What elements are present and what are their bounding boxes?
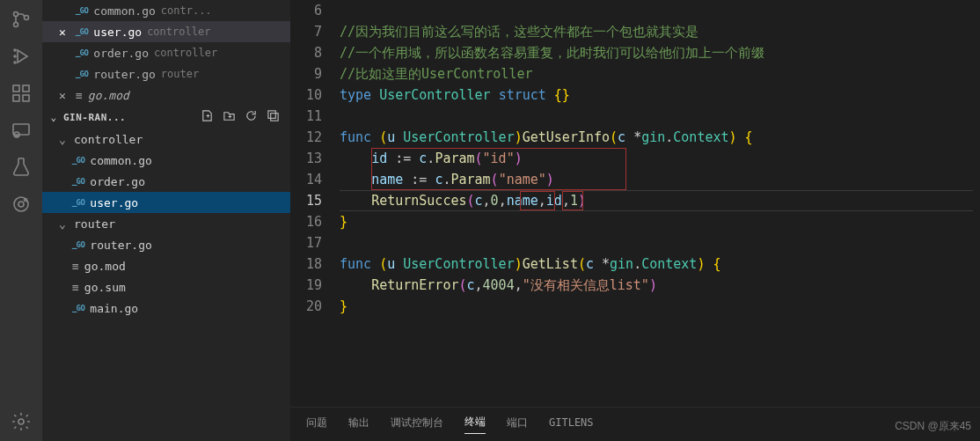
collapse-all-icon[interactable] [267,109,280,125]
file-label: order.go [90,175,145,188]
editor-dir: controller [154,47,217,59]
go-file-icon: ⎯GO [72,177,84,186]
svg-rect-8 [13,95,19,101]
open-editor-gomod[interactable]: ✕ ≡ go.mod [42,85,290,106]
editor-filename: user.go [93,26,142,39]
file-label: go.mod [84,260,126,273]
go-file-icon: ⎯GO [72,240,84,249]
panel-tab-output[interactable]: 输出 [348,415,369,434]
panel-tab-terminal[interactable]: 终端 [464,415,486,434]
svg-rect-6 [13,85,19,92]
folder-label: controller [74,133,143,146]
file-tree: ⌄ controller ⎯GO common.go ⎯GO order.go … [42,129,290,319]
folder-label: router [74,217,115,231]
file-label: router.go [90,239,151,252]
file-label: go.sum [84,281,126,294]
open-editor-user[interactable]: ✕ ⎯GO user.go controller [42,21,290,42]
panel-tab-ports[interactable]: 端口 [507,415,528,434]
chevron-down-icon: ⌄ [48,112,60,123]
file-router-go[interactable]: ⎯GO router.go [42,234,290,255]
line-gutter: 6 7 8 9 10 11 12 13 14 15 16 17 18 19 20 [290,0,340,407]
file-main-go[interactable]: ⎯GO main.go [42,298,290,319]
svg-point-4 [14,55,16,57]
extensions-icon[interactable] [9,81,33,106]
svg-point-3 [14,49,16,51]
testing-icon[interactable] [9,155,33,180]
settings-gear-icon[interactable] [9,409,33,434]
panel-tab-problems[interactable]: 问题 [306,415,327,434]
file-order-go[interactable]: ⎯GO order.go [42,171,290,192]
file-label: common.go [90,154,151,167]
svg-rect-16 [268,111,275,118]
file-go-mod[interactable]: ≡ go.mod [42,255,290,276]
go-file-icon: ⎯GO [76,27,88,36]
svg-point-5 [14,62,16,63]
code-editor[interactable]: 6 7 8 9 10 11 12 13 14 15 16 17 18 19 20… [290,0,980,407]
code-content[interactable]: //因为我们目前这么写的话，这些文件都在一个包也就其实是 //一个作用域，所以函… [340,0,980,407]
open-editor-router[interactable]: ⎯GO router.go router [42,63,290,85]
svg-point-1 [14,23,18,27]
svg-point-14 [25,199,27,202]
chevron-down-icon: ⌄ [56,133,69,146]
svg-point-15 [18,419,24,424]
watermark: CSDN @原来45 [895,419,971,434]
editor-filename: common.go [93,4,155,18]
sidebar: ⎯GO common.go contr... ✕ ⎯GO user.go con… [42,0,290,441]
file-label: user.go [90,196,138,209]
activity-bar [0,0,42,441]
editor-dir: router [161,68,199,80]
go-file-icon: ⎯GO [72,156,84,165]
file-go-sum[interactable]: ≡ go.sum [42,276,290,298]
chevron-down-icon: ⌄ [56,217,69,231]
open-editors-section: ⎯GO common.go contr... ✕ ⎯GO user.go con… [42,0,290,106]
project-name: GIN-RAN... [63,112,197,123]
file-user-go[interactable]: ⎯GO user.go [42,192,290,213]
go-file-icon: ⎯GO [76,48,88,57]
editor-filename: router.go [93,68,155,81]
file-label: main.go [90,302,138,315]
go-file-icon: ⎯GO [76,6,88,15]
run-debug-icon[interactable] [9,44,33,69]
editor-filename: order.go [93,47,149,60]
close-icon[interactable]: ✕ [56,89,69,102]
go-file-icon: ⎯GO [76,70,88,78]
editor-dir: controller [147,26,210,38]
folder-controller[interactable]: ⌄ controller [42,129,290,150]
panel-tab-gitlens[interactable]: GITLENS [549,416,594,432]
close-icon[interactable]: ✕ [56,26,69,39]
source-control-icon[interactable] [9,7,33,32]
ai-icon[interactable] [9,192,33,217]
svg-rect-17 [271,114,278,121]
folder-router[interactable]: ⌄ router [42,213,290,234]
svg-rect-7 [23,85,29,92]
panel-tab-debug[interactable]: 调试控制台 [391,415,443,434]
svg-rect-9 [23,95,29,101]
tree-header[interactable]: ⌄ GIN-RAN... [42,106,290,129]
svg-point-13 [18,202,24,207]
editor-area: 6 7 8 9 10 11 12 13 14 15 16 17 18 19 20… [290,0,980,441]
open-editor-common[interactable]: ⎯GO common.go contr... [42,0,290,21]
file-common-go[interactable]: ⎯GO common.go [42,150,290,171]
remote-icon[interactable] [9,118,33,143]
go-file-icon: ⎯GO [72,304,84,312]
editor-dir: contr... [161,4,212,17]
open-editor-order[interactable]: ⎯GO order.go controller [42,42,290,63]
new-folder-icon[interactable] [223,109,236,125]
new-file-icon[interactable] [201,109,214,125]
editor-filename: go.mod [88,89,129,102]
lines-file-icon: ≡ [72,260,79,273]
svg-point-0 [14,12,18,17]
lines-file-icon: ≡ [72,281,79,294]
refresh-icon[interactable] [245,109,258,125]
panel-tabs: 问题 输出 调试控制台 终端 端口 GITLENS [290,407,980,441]
go-file-icon: ⎯GO [72,198,84,207]
lines-file-icon: ≡ [76,89,83,102]
